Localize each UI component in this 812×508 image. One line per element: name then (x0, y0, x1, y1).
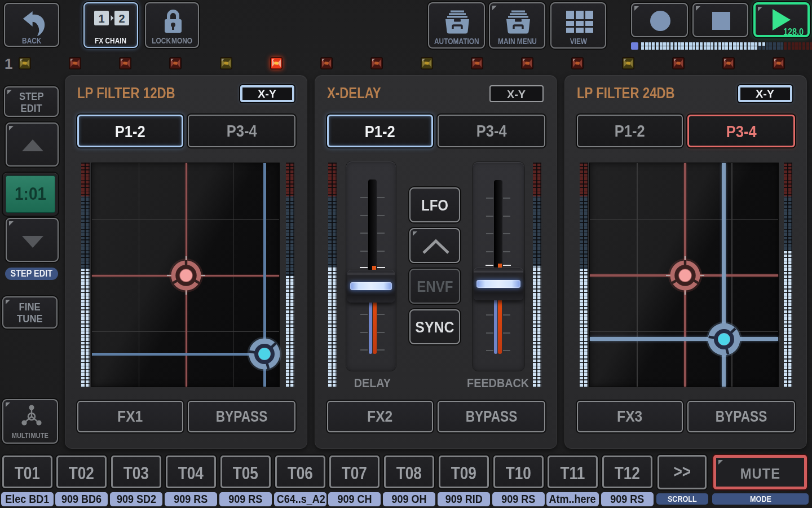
svg-text:2: 2 (118, 12, 125, 25)
svg-text:1: 1 (98, 12, 104, 25)
